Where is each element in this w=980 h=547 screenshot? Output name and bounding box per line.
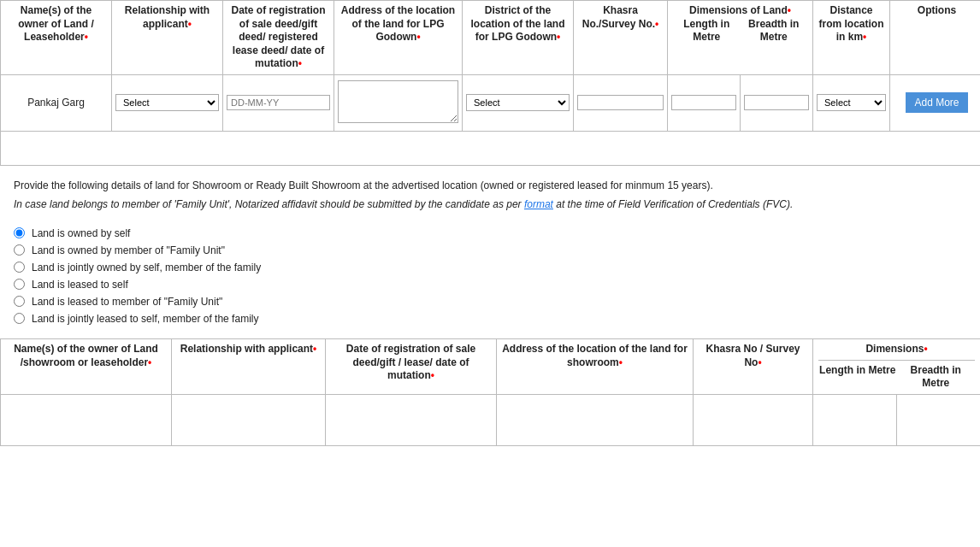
col-header-date: Date of registration of sale deed/gift d… xyxy=(223,1,334,75)
distance-select[interactable]: Select xyxy=(817,94,886,111)
col-header-distance: Distance from location in km• xyxy=(813,1,890,75)
col-header-district: District of the location of the land for… xyxy=(463,1,574,75)
t2-col-name: Name(s) of the owner of Land /showroom o… xyxy=(1,338,172,394)
owner-name-value: Pankaj Garg xyxy=(27,97,85,109)
info-text-1: Provide the following details of land fo… xyxy=(14,178,966,193)
radio-option-5[interactable]: Land is leased to member of "Family Unit… xyxy=(14,296,966,308)
khasra-input[interactable] xyxy=(577,95,664,110)
col-header-khasra: Khasra No./Survey No.• xyxy=(574,1,668,75)
t2-col-address: Address of the location of the land for … xyxy=(497,338,694,394)
distance-cell[interactable]: Select xyxy=(813,74,890,131)
col-header-relationship: Relationship with applicant• xyxy=(112,1,223,75)
t2-col-date: Date of registration of sale deed/gift /… xyxy=(326,338,497,394)
t2-col-dimensions: Dimensions• Length in Metre Breadth in M… xyxy=(813,338,981,394)
khasra-cell[interactable] xyxy=(574,74,668,131)
district-select[interactable]: Select xyxy=(466,94,570,111)
land-godown-table: Name(s) of the owner of Land / Leasehold… xyxy=(0,0,980,166)
radio-label-6: Land is jointly leased to self, member o… xyxy=(32,313,258,325)
empty-row xyxy=(1,131,981,165)
date-input[interactable] xyxy=(227,95,330,110)
col-header-address: Address of the location of the land for … xyxy=(334,1,463,75)
radio-owned-family[interactable] xyxy=(14,244,25,256)
radio-label-1: Land is owned by self xyxy=(32,227,130,239)
land-showroom-table: Name(s) of the owner of Land /showroom o… xyxy=(0,338,980,446)
t2-empty-row xyxy=(1,394,981,445)
radio-option-2[interactable]: Land is owned by member of "Family Unit" xyxy=(14,244,966,256)
radio-option-1[interactable]: Land is owned by self xyxy=(14,227,966,239)
breadth-input[interactable] xyxy=(744,95,809,110)
relationship-select[interactable]: Select xyxy=(115,94,219,111)
table-row: Pankaj Garg Select xyxy=(1,74,981,131)
length-input[interactable] xyxy=(671,95,736,110)
radio-owned-self[interactable] xyxy=(14,227,25,238)
t2-dim-subheader: Length in Metre Breadth in Metre xyxy=(818,360,975,391)
radio-label-2: Land is owned by member of "Family Unit" xyxy=(32,244,225,256)
options-cell[interactable]: Add More xyxy=(890,74,981,131)
radio-label-5: Land is leased to member of "Family Unit… xyxy=(32,296,222,308)
date-cell[interactable] xyxy=(223,74,334,131)
radio-jointly-leased[interactable] xyxy=(14,313,25,324)
info-section: Provide the following details of land fo… xyxy=(0,166,980,224)
radio-jointly-owned[interactable] xyxy=(14,262,25,273)
format-link[interactable]: format xyxy=(524,198,553,210)
radio-label-3: Land is jointly owned by self, member of… xyxy=(32,262,261,274)
radio-leased-self[interactable] xyxy=(14,279,25,290)
address-textarea[interactable] xyxy=(338,80,458,123)
col-header-dimensions: Dimensions of Land• Length in Metre Brea… xyxy=(668,1,813,75)
radio-option-6[interactable]: Land is jointly leased to self, member o… xyxy=(14,313,966,325)
breadth-cell[interactable] xyxy=(741,74,813,131)
length-cell[interactable] xyxy=(668,74,741,131)
t2-col-khasra: Khasra No / Survey No• xyxy=(694,338,813,394)
t2-col-relationship: Relationship with applicant• xyxy=(172,338,326,394)
col-header-name: Name(s) of the owner of Land / Leasehold… xyxy=(1,1,112,75)
col-header-options: Options xyxy=(890,1,981,75)
address-cell[interactable] xyxy=(334,74,463,131)
radio-label-4: Land is leased to self xyxy=(32,279,128,291)
info-text-2: In case land belongs to member of 'Famil… xyxy=(14,197,966,212)
radio-section: Land is owned by self Land is owned by m… xyxy=(0,224,980,338)
radio-option-4[interactable]: Land is leased to self xyxy=(14,279,966,291)
owner-name-cell: Pankaj Garg xyxy=(1,74,112,131)
radio-option-3[interactable]: Land is jointly owned by self, member of… xyxy=(14,262,966,274)
add-more-button[interactable]: Add More xyxy=(906,92,967,113)
relationship-cell[interactable]: Select xyxy=(112,74,223,131)
radio-leased-family[interactable] xyxy=(14,296,25,307)
dim-subheader: Length in Metre Breadth in Metre xyxy=(673,18,807,44)
district-cell[interactable]: Select xyxy=(463,74,574,131)
